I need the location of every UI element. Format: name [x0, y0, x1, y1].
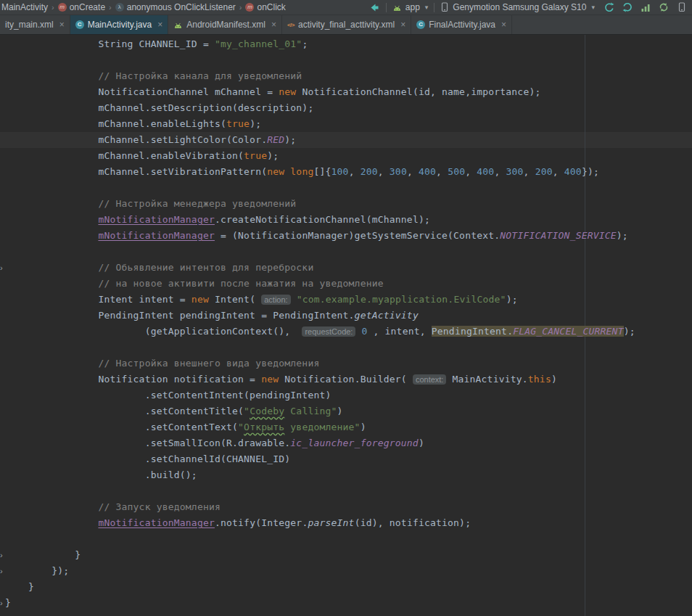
editor-tab[interactable]: </>activity_final_acttivity.xml×	[282, 15, 411, 34]
code-line[interactable]: mNotificationManager.createNotificationC…	[5, 212, 692, 228]
code-line[interactable]: mChannel.enableVibration(true);	[5, 148, 692, 164]
breadcrumb-separator: ›	[109, 3, 112, 12]
code-line[interactable]: Intent intent = new Intent( action: "com…	[5, 292, 692, 308]
device-label: Genymotion Samsung Galaxy S10	[453, 2, 586, 12]
editor-tab[interactable]: AndroidManifest.xml×	[168, 15, 282, 34]
parameter-hint: action:	[261, 295, 290, 305]
code-line[interactable]: .build();	[5, 467, 692, 483]
code-line[interactable]: .setSmallIcon(R.drawable.ic_launcher_for…	[5, 435, 692, 451]
ide-window: { "theme": { "toolbar_bg": "#3c3f41", "e…	[0, 0, 692, 616]
method-icon: m	[58, 3, 67, 12]
breadcrumb: MainActivity›monCreate›λanonymous OnClic…	[1, 2, 286, 12]
code-line[interactable]: PendingIntent pendingIntent = PendingInt…	[5, 308, 692, 324]
code-line[interactable]: // Настройка внешнего вида уведомления	[5, 356, 692, 371]
breadcrumb-item[interactable]: λanonymous OnClickListener	[115, 2, 236, 12]
code-line[interactable]: mChannel.setVibrationPattern(new long[]{…	[5, 164, 692, 180]
code-line[interactable]: .setContentIntent(pendingIntent)	[5, 387, 692, 403]
tab-label: MainActivity.java	[88, 20, 152, 30]
breadcrumb-separator: ›	[239, 3, 242, 12]
code-line[interactable]	[5, 180, 692, 196]
sync-icon[interactable]	[658, 1, 670, 13]
code-line[interactable]: // Настройка канала для уведомлений	[5, 68, 692, 84]
code-line[interactable]: // Запуск уведомления	[5, 499, 692, 515]
navigate-back-icon[interactable]	[368, 1, 380, 13]
breadcrumb-label: onClick	[257, 2, 285, 12]
breadcrumb-item[interactable]: monCreate	[58, 2, 105, 12]
code-line[interactable]: });	[5, 563, 692, 579]
editor-tab[interactable]: CFinalActtivity.java×	[411, 15, 512, 34]
class-icon: C	[75, 20, 84, 29]
breadcrumb-item[interactable]: MainActivity	[1, 2, 48, 12]
code-line[interactable]: .setContentText("Открыть уведомление")	[5, 419, 692, 435]
apply-code-changes-icon[interactable]	[622, 1, 633, 13]
code-line[interactable]	[5, 340, 692, 356]
fold-marker-icon[interactable]: ›	[0, 547, 6, 563]
class-icon: C	[416, 20, 425, 29]
fold-marker-icon[interactable]: ›	[0, 260, 6, 276]
parameter-hint: requestCode:	[302, 327, 355, 337]
code-line[interactable]: mChannel.enableLights(true);	[5, 116, 692, 132]
tab-label: activity_final_acttivity.xml	[298, 20, 395, 30]
code-line[interactable]: }	[5, 547, 692, 563]
code-line[interactable]	[5, 52, 692, 68]
code-line[interactable]: mNotificationManager = (NotificationMana…	[5, 228, 692, 244]
code-line[interactable]: NotificationChannel mChannel = new Notif…	[5, 84, 692, 100]
code-line[interactable]: // Обьявление интентов для переброски	[5, 260, 692, 276]
toolbar: app ▾ Genymotion Samsung Galaxy S10 ▾	[368, 1, 688, 13]
tab-label: FinalActtivity.java	[429, 20, 495, 30]
breadcrumb-separator: ›	[52, 3, 54, 12]
code-line[interactable]: }	[5, 579, 692, 595]
device-manager-icon[interactable]	[676, 1, 688, 13]
tab-bar: ity_main.xml×CMainActivity.java×AndroidM…	[0, 15, 692, 35]
code-line[interactable]: mChannel.setDescription(description);	[5, 100, 692, 116]
editor-tab[interactable]: ity_main.xml×	[0, 15, 70, 34]
breadcrumb-label: MainActivity	[1, 2, 48, 12]
tab-label: ity_main.xml	[5, 20, 54, 30]
code-line[interactable]: mNotificationManager.notify(Integer.pars…	[5, 515, 692, 531]
android-icon	[392, 4, 402, 12]
code-line[interactable]: (getApplicationContext(), requestCode: 0…	[5, 324, 692, 340]
breadcrumb-item[interactable]: monClick	[245, 2, 285, 12]
toolbar-separator	[386, 3, 387, 12]
toolbar-separator	[434, 3, 434, 12]
code-area[interactable]: String CHANNEL_ID = "my_channel_01"; // …	[0, 35, 692, 616]
close-tab-icon[interactable]: ×	[59, 20, 65, 30]
anonymous-class-icon: λ	[115, 3, 124, 12]
code-line[interactable]	[5, 531, 692, 547]
parameter-hint: context:	[413, 374, 447, 385]
apply-changes-icon[interactable]	[604, 1, 615, 13]
code-line[interactable]: .setChannelId(CHANNEL_ID)	[5, 451, 692, 467]
phone-icon	[440, 2, 449, 12]
code-line[interactable]: // на новое активити после нажатия на ув…	[5, 276, 692, 292]
code-line[interactable]: }	[5, 595, 692, 611]
breadcrumb-label: anonymous OnClickListener	[127, 2, 236, 12]
chevron-down-icon: ▾	[591, 4, 595, 11]
code-line[interactable]: .setContentTitle("Codeby Calling")	[5, 403, 692, 419]
code-line[interactable]	[5, 483, 692, 499]
device-selector[interactable]: Genymotion Samsung Galaxy S10 ▾	[440, 2, 595, 12]
tab-label: AndroidManifest.xml	[186, 20, 265, 30]
close-tab-icon[interactable]: ×	[157, 20, 162, 30]
code-line[interactable]	[5, 244, 692, 260]
code-line[interactable]: String CHANNEL_ID = "my_channel_01";	[5, 36, 692, 52]
editor[interactable]: String CHANNEL_ID = "my_channel_01"; // …	[0, 35, 692, 616]
profiler-icon[interactable]	[640, 1, 651, 13]
chevron-down-icon: ▾	[425, 4, 429, 11]
run-config-selector[interactable]: app ▾	[392, 2, 429, 12]
run-config-label: app	[405, 2, 420, 12]
breadcrumb-label: onCreate	[70, 2, 105, 12]
navigation-bar: MainActivity›monCreate›λanonymous OnClic…	[0, 0, 692, 15]
editor-tab[interactable]: CMainActivity.java×	[70, 15, 169, 34]
xml-file-icon: </>	[287, 22, 294, 28]
code-line[interactable]: Notification notification = new Notifica…	[5, 371, 692, 387]
code-line[interactable]: mChannel.setLightColor(Color.RED);	[5, 132, 692, 148]
close-tab-icon[interactable]: ×	[400, 20, 405, 30]
android-icon	[173, 21, 183, 29]
close-tab-icon[interactable]: ×	[501, 20, 506, 30]
fold-marker-icon[interactable]: ›	[0, 563, 6, 579]
toolbar-actions	[604, 1, 688, 13]
fold-marker-icon[interactable]: ›	[0, 595, 6, 611]
method-icon: m	[245, 3, 254, 12]
code-line[interactable]: // Настройка менеджера уведомлений	[5, 196, 692, 212]
close-tab-icon[interactable]: ×	[271, 20, 276, 30]
